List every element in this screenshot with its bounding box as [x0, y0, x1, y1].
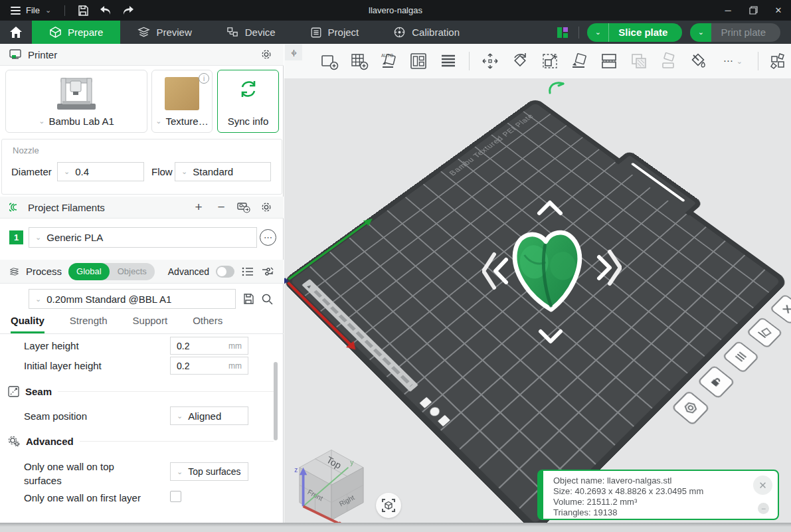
scale-button[interactable]: [538, 49, 562, 73]
home-button[interactable]: [0, 21, 32, 44]
navigation-cube[interactable]: Top Front Right y z: [290, 444, 373, 523]
process-preset-select[interactable]: ⌄ 0.20mm Standard @BBL A1: [29, 289, 236, 309]
maximize-button[interactable]: [741, 0, 766, 21]
add-object-button[interactable]: [317, 49, 341, 73]
delete-plate-button[interactable]: [769, 294, 791, 325]
flow-select[interactable]: ⌄ Standard: [175, 162, 271, 181]
tab-preview[interactable]: Preview: [120, 21, 209, 44]
info-minimize-button[interactable]: −: [758, 503, 769, 514]
tab-others[interactable]: Others: [193, 315, 222, 333]
printer-settings-button[interactable]: [258, 46, 274, 62]
plate-handle: [615, 150, 703, 216]
wall-top-select[interactable]: ⌄ Top surfaces: [170, 462, 248, 481]
tab-quality[interactable]: Quality: [11, 315, 44, 333]
scope-global[interactable]: Global: [68, 263, 110, 280]
process-scope-toggle: Global Objects: [68, 263, 155, 280]
compare-presets-button[interactable]: [261, 264, 274, 280]
info-icon[interactable]: i: [199, 73, 209, 84]
move-icon: [481, 52, 499, 70]
tab-prepare[interactable]: Prepare: [32, 21, 120, 44]
auto-orient-icon: AUTO: [380, 52, 398, 70]
layer-height-input[interactable]: 0.2 mm: [170, 337, 248, 355]
auto-orient-plate-button[interactable]: [746, 317, 783, 349]
sidebar-collapse-handle[interactable]: ‹|›: [285, 44, 302, 60]
parameter-list-button[interactable]: [241, 264, 254, 280]
fit-view-button[interactable]: [376, 493, 401, 518]
diameter-select[interactable]: ⌄ 0.4: [57, 162, 144, 181]
sync-info-button[interactable]: Sync info: [217, 70, 279, 133]
color-paint-button[interactable]: [687, 49, 711, 73]
tab-strength[interactable]: Strength: [70, 315, 108, 333]
assembly-view-button[interactable]: [767, 49, 791, 73]
support-paint-button[interactable]: [657, 49, 681, 73]
scope-objects[interactable]: Objects: [110, 263, 155, 280]
tab-project[interactable]: Project: [293, 21, 377, 44]
add-filament-button[interactable]: +: [191, 199, 207, 215]
search-preset-button[interactable]: [259, 291, 275, 307]
redo-icon: [122, 5, 135, 16]
tab-device[interactable]: Device: [209, 21, 293, 44]
slice-options-chevron[interactable]: ⌄: [587, 23, 608, 42]
arrange-button[interactable]: [406, 49, 430, 73]
save-preset-button[interactable]: [240, 291, 256, 307]
chevron-down-icon: ⌄: [177, 468, 183, 476]
printer-card[interactable]: ⌄ Bambu Lab A1: [5, 70, 147, 133]
move-button[interactable]: [478, 49, 502, 73]
model-object[interactable]: [503, 221, 594, 325]
tab-prepare-label: Prepare: [68, 27, 103, 38]
search-icon: [261, 293, 273, 305]
plate-type-select[interactable]: ⌄ Texture…: [152, 116, 212, 127]
add-object-icon: [320, 52, 339, 70]
device-icon: [226, 26, 239, 39]
cut-icon: [600, 52, 618, 70]
plate-edge-markers: [420, 397, 450, 426]
wall-top-value: Top surfaces: [188, 466, 240, 477]
undo-button[interactable]: [94, 0, 117, 21]
wall-first-layer-checkbox[interactable]: [170, 491, 181, 502]
initial-layer-height-input[interactable]: 0.2 mm: [170, 357, 248, 375]
filament-more-button[interactable]: ⋯: [260, 229, 276, 246]
print-options-chevron[interactable]: ⌄: [690, 23, 711, 42]
info-object-name: Object name: llavero-nalgas.stl: [553, 476, 703, 486]
tab-calibration[interactable]: Calibration: [376, 21, 477, 44]
advanced-toggle[interactable]: [216, 266, 234, 278]
add-plate-button[interactable]: [347, 49, 371, 73]
scene-3d[interactable]: Bambu Textured PEI Plate ▲: [284, 78, 791, 523]
clone-button[interactable]: [627, 49, 651, 73]
process-section-title: Process: [26, 266, 62, 277]
auto-orient-button[interactable]: AUTO: [377, 49, 401, 73]
lock-plate-button[interactable]: [697, 365, 735, 399]
file-menu[interactable]: File ⌄: [0, 5, 58, 15]
divider: [758, 52, 758, 70]
chevron-down-icon: ⌄: [45, 7, 51, 14]
print-plate-button[interactable]: ⌄ Print plate: [690, 23, 780, 42]
plate-type-card[interactable]: i ⌄ Texture…: [151, 70, 213, 133]
rotate-button[interactable]: [508, 49, 532, 73]
cut-button[interactable]: [597, 49, 621, 73]
printer-section-header: Printer: [0, 44, 284, 66]
lay-on-face-button[interactable]: [568, 49, 592, 73]
ams-sync-button[interactable]: [236, 199, 252, 215]
save-icon: [77, 5, 89, 17]
close-button[interactable]: ✕: [766, 0, 791, 21]
more-tools-button[interactable]: ⋯ ⌄: [717, 49, 750, 73]
tab-support[interactable]: Support: [133, 315, 168, 333]
viewport-toolbar: AUTO ⋯ ⌄: [284, 44, 791, 78]
filament-settings-button[interactable]: [258, 199, 274, 215]
plate-settings-button[interactable]: [671, 390, 710, 426]
info-close-button[interactable]: ✕: [753, 476, 772, 495]
arrange-plate-button[interactable]: [722, 340, 760, 373]
save-button[interactable]: [72, 0, 94, 21]
chevron-down-icon: ⌄: [39, 118, 44, 125]
filament-select[interactable]: ⌄ Generic PLA: [29, 227, 257, 248]
remove-filament-button[interactable]: −: [213, 199, 229, 215]
stack-button[interactable]: [436, 49, 460, 73]
plate-arrangement-button[interactable]: [555, 25, 571, 41]
minimize-button[interactable]: ─: [715, 0, 741, 21]
redo-button[interactable]: [117, 0, 139, 21]
sidebar-scrollbar[interactable]: [274, 362, 278, 440]
seam-position-select[interactable]: ⌄ Aligned: [170, 406, 248, 425]
slice-plate-button[interactable]: ⌄ Slice plate: [587, 23, 682, 42]
printer-model-select[interactable]: ⌄ Bambu Lab A1: [6, 116, 147, 127]
plate-texture-image: [165, 77, 199, 110]
